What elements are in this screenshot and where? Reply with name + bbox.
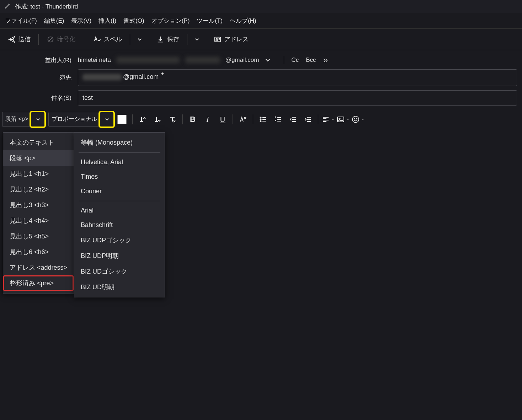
bullet-list-button[interactable]	[256, 112, 270, 126]
send-label: 送信	[18, 35, 31, 43]
insert-image-button[interactable]	[336, 112, 350, 126]
redacted	[116, 57, 180, 63]
save-button[interactable]: 保存	[154, 34, 182, 45]
separator	[284, 56, 284, 64]
to-input[interactable]: @gmail.com	[78, 69, 517, 86]
remove-styling-button[interactable]	[236, 112, 250, 126]
svg-point-2	[216, 38, 217, 40]
svg-point-9	[354, 118, 355, 119]
bold-button[interactable]: B	[186, 112, 200, 126]
subject-label: 件名(S)	[5, 94, 78, 102]
subject-row: 件名(S)	[5, 90, 517, 106]
menu-file[interactable]: ファイル(F)	[5, 17, 37, 25]
subject-input[interactable]	[78, 90, 517, 106]
paragraph-style-label: 段落 <p>	[2, 115, 31, 123]
separator	[253, 114, 253, 124]
menu-format[interactable]: 書式(O)	[123, 17, 144, 25]
redacted	[82, 74, 122, 80]
svg-point-3	[260, 117, 261, 118]
to-email-suffix: @gmail.com	[123, 73, 159, 81]
more-recipients-button[interactable]: »	[323, 55, 327, 65]
to-row: 宛先 @gmail.com	[5, 69, 517, 86]
redacted	[185, 57, 220, 63]
text-color-swatch[interactable]	[117, 115, 127, 124]
save-dropdown[interactable]	[192, 36, 202, 43]
spell-label: スペル	[104, 35, 122, 43]
bcc-button[interactable]: Bcc	[306, 56, 316, 64]
outdent-button[interactable]	[286, 112, 300, 126]
spell-button[interactable]: スペル	[90, 34, 125, 45]
save-label: 保存	[167, 35, 179, 43]
font-size-increase-button[interactable]	[150, 112, 165, 126]
format-toolbar: 段落 <p> プロポーショナル B I U	[0, 110, 522, 129]
from-row: 差出人(R) himetei neta @gmail.com Cc Bcc »	[5, 55, 517, 65]
font-family-label: プロポーショナル	[49, 115, 100, 123]
menu-tools[interactable]: ツール(T)	[197, 17, 223, 25]
svg-point-10	[356, 118, 357, 119]
clear-format-button[interactable]	[165, 112, 180, 126]
underline-button[interactable]: U	[215, 112, 230, 126]
window-titlebar: 作成: test - Thunderbird	[0, 0, 522, 13]
to-label: 宛先	[5, 74, 78, 82]
separator	[132, 114, 133, 124]
from-email-suffix: @gmail.com	[225, 56, 259, 64]
pencil-icon	[4, 2, 11, 11]
menu-help[interactable]: ヘルプ(H)	[230, 17, 256, 25]
paragraph-style-combo[interactable]: 段落 <p>	[2, 112, 45, 127]
indent-button[interactable]	[301, 112, 315, 126]
numbered-list-button[interactable]	[271, 112, 285, 126]
address-button[interactable]: アドレス	[211, 34, 251, 45]
cc-button[interactable]: Cc	[291, 56, 299, 64]
window-title: 作成: test - Thunderbird	[15, 2, 78, 11]
separator	[318, 114, 318, 124]
italic-button[interactable]: I	[201, 112, 215, 126]
separator	[182, 114, 183, 124]
spell-dropdown[interactable]	[135, 36, 144, 43]
encrypt-button[interactable]: 暗号化	[44, 34, 78, 45]
font-family-combo[interactable]: プロポーショナル	[48, 112, 114, 127]
separator	[38, 34, 39, 45]
emoji-button[interactable]	[351, 112, 365, 126]
paragraph-style-dropdown-button[interactable]	[31, 112, 44, 126]
from-label: 差出人(R)	[5, 56, 78, 64]
menu-view[interactable]: 表示(V)	[71, 17, 91, 25]
svg-point-5	[260, 120, 261, 122]
svg-point-7	[339, 118, 340, 119]
align-button[interactable]	[321, 112, 335, 126]
separator	[130, 34, 130, 45]
compose-header: 差出人(R) himetei neta @gmail.com Cc Bcc » …	[0, 50, 522, 106]
main-toolbar: 送信 暗号化 スペル 保存 アドレス	[0, 29, 522, 50]
address-label: アドレス	[224, 35, 249, 43]
encrypt-label: 暗号化	[57, 35, 75, 43]
svg-point-4	[260, 119, 261, 120]
menu-options[interactable]: オプション(P)	[151, 17, 190, 25]
svg-point-8	[352, 116, 359, 123]
chevron-down-icon[interactable]	[264, 56, 272, 64]
font-size-decrease-button[interactable]	[135, 112, 150, 126]
font-family-dropdown-button[interactable]	[100, 112, 113, 126]
menu-insert[interactable]: 挿入(I)	[98, 17, 116, 25]
separator	[187, 34, 187, 45]
menu-edit[interactable]: 編集(E)	[44, 17, 64, 25]
menubar: ファイル(F) 編集(E) 表示(V) 挿入(I) 書式(O) オプション(P)…	[0, 13, 522, 29]
separator	[233, 114, 233, 124]
from-name: himetei neta	[78, 56, 111, 64]
recipient-indicator-icon	[161, 72, 164, 75]
send-button[interactable]: 送信	[5, 34, 33, 45]
from-value[interactable]: himetei neta @gmail.com Cc Bcc »	[78, 55, 517, 65]
